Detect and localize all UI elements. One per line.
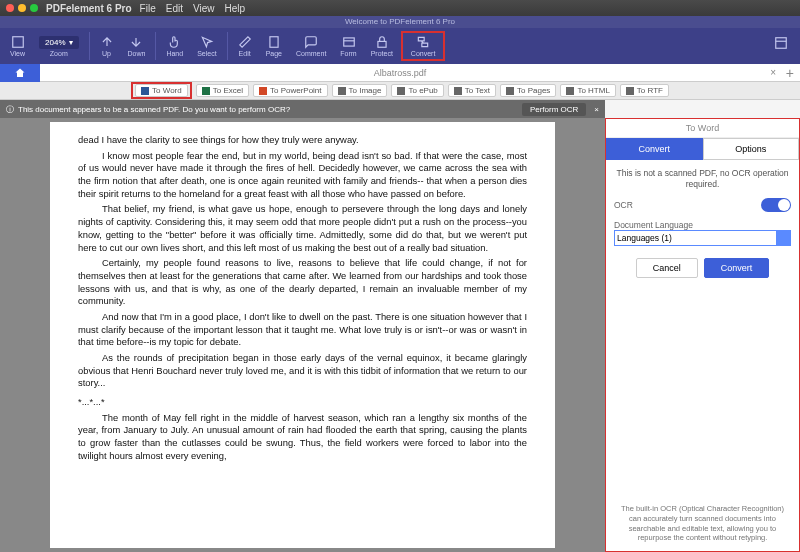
to-excel-button[interactable]: To Excel: [196, 84, 249, 97]
perform-ocr-button[interactable]: Perform OCR: [522, 103, 586, 116]
svg-rect-0: [12, 37, 23, 48]
convert-panel: To Word Convert Options This is not a sc…: [605, 118, 800, 552]
svg-rect-10: [454, 87, 462, 95]
panel-tab-convert[interactable]: Convert: [606, 138, 703, 160]
zoom-control[interactable]: 204%▾Zoom: [33, 34, 84, 59]
svg-rect-3: [378, 41, 386, 47]
down-button[interactable]: Down: [122, 33, 152, 59]
to-rtf-button[interactable]: To RTF: [620, 84, 669, 97]
svg-rect-11: [506, 87, 514, 95]
language-label: Document Language: [614, 220, 791, 230]
info-icon: ⓘ: [6, 104, 14, 115]
ocr-label: OCR: [614, 200, 633, 210]
svg-rect-8: [338, 87, 346, 95]
edit-button[interactable]: Edit: [232, 33, 258, 59]
ribbon: View 204%▾Zoom Up Down Hand Select Edit …: [0, 28, 800, 64]
convert-action-button[interactable]: Convert: [704, 258, 770, 278]
up-button[interactable]: Up: [94, 33, 120, 59]
maximize-window[interactable]: [30, 4, 38, 12]
ribbon-title: Welcome to PDFelement 6 Pro: [0, 16, 800, 28]
close-tab[interactable]: ×: [770, 67, 776, 78]
svg-rect-2: [343, 38, 354, 46]
convert-button[interactable]: Convert: [405, 33, 442, 59]
to-powerpoint-button[interactable]: To PowerPoint: [253, 84, 328, 97]
protect-button[interactable]: Protect: [365, 33, 399, 59]
comment-button[interactable]: Comment: [290, 33, 332, 59]
svg-rect-7: [259, 87, 267, 95]
hand-button[interactable]: Hand: [160, 33, 189, 59]
tab-bar: Albatross.pdf × +: [0, 64, 800, 82]
svg-rect-5: [141, 87, 149, 95]
panel-title: To Word: [606, 119, 799, 138]
panel-message: This is not a scanned PDF, no OCR operat…: [614, 168, 791, 190]
view-button[interactable]: View: [4, 33, 31, 59]
panel-tab-options[interactable]: Options: [703, 138, 800, 160]
menu-file[interactable]: File: [140, 3, 156, 14]
to-epub-button[interactable]: To ePub: [391, 84, 443, 97]
to-word-button[interactable]: To Word: [135, 84, 188, 97]
svg-rect-9: [397, 87, 405, 95]
page-content: dead I have the clarity to see things fo…: [50, 122, 555, 548]
menu-edit[interactable]: Edit: [166, 3, 183, 14]
layout-icon[interactable]: [768, 34, 794, 52]
page-button[interactable]: Page: [260, 33, 288, 59]
svg-rect-4: [776, 38, 787, 49]
svg-rect-12: [566, 87, 574, 95]
panel-footer: The built-in OCR (Optical Character Reco…: [606, 496, 799, 551]
ocr-banner: ⓘThis document appears to be a scanned P…: [0, 100, 605, 118]
to-text-button[interactable]: To Text: [448, 84, 496, 97]
to-image-button[interactable]: To Image: [332, 84, 388, 97]
new-tab[interactable]: +: [786, 65, 794, 81]
to-pages-button[interactable]: To Pages: [500, 84, 556, 97]
form-button[interactable]: Form: [334, 33, 362, 59]
menu-help[interactable]: Help: [224, 3, 245, 14]
to-word-highlight: To Word: [131, 82, 192, 99]
menu-view[interactable]: View: [193, 3, 215, 14]
home-tab[interactable]: [0, 64, 40, 82]
ocr-toggle[interactable]: [761, 198, 791, 212]
svg-rect-1: [270, 37, 278, 48]
close-window[interactable]: [6, 4, 14, 12]
document-title: Albatross.pdf: [374, 68, 427, 78]
format-bar: To Word To Excel To PowerPoint To Image …: [0, 82, 800, 100]
language-select[interactable]: Languages (1): [614, 230, 791, 246]
convert-highlight: Convert: [401, 31, 446, 61]
select-button[interactable]: Select: [191, 33, 222, 59]
app-name: PDFelement 6 Pro: [46, 3, 132, 14]
svg-rect-13: [626, 87, 634, 95]
cancel-button[interactable]: Cancel: [636, 258, 698, 278]
to-html-button[interactable]: To HTML: [560, 84, 615, 97]
document-viewport[interactable]: dead I have the clarity to see things fo…: [0, 118, 605, 552]
svg-rect-6: [202, 87, 210, 95]
minimize-window[interactable]: [18, 4, 26, 12]
close-banner[interactable]: ×: [594, 105, 599, 114]
mac-titlebar: PDFelement 6 Pro File Edit View Help: [0, 0, 800, 16]
